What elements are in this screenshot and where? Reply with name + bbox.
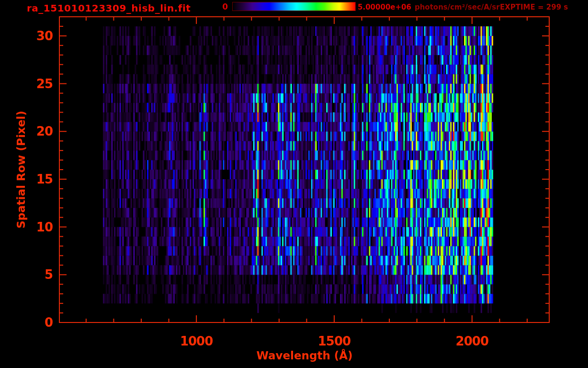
exptime-label: EXPTIME = 299 s	[500, 3, 568, 12]
plot-window: ra_151010123309_hisb_lin.fit 0 5.00000e+…	[0, 0, 588, 368]
x-tick-label: 1500	[310, 334, 358, 348]
y-tick-label: 20	[0, 124, 53, 138]
colorbar-gradient	[232, 2, 356, 11]
colorbar-max-label: 5.00000e+06photons/cm²/sec/A/sr	[358, 3, 500, 12]
y-tick-label: 0	[0, 315, 53, 330]
y-tick-label: 15	[0, 172, 53, 186]
colorbar-max-value: 5.00000e+06	[358, 3, 411, 12]
filename-title: ra_151010123309_hisb_lin.fit	[27, 2, 191, 14]
x-axis-label: Wavelength (Å)	[209, 349, 400, 362]
spectral-image-canvas	[0, 0, 588, 368]
y-tick-label: 30	[0, 29, 53, 43]
y-tick-label: 5	[0, 267, 53, 282]
x-tick-label: 2000	[448, 334, 496, 348]
x-tick-label: 1000	[172, 334, 220, 348]
y-tick-label: 25	[0, 77, 53, 91]
y-tick-label: 10	[0, 220, 53, 234]
colorbar-units-label: photons/cm²/sec/A/sr	[415, 3, 500, 12]
colorbar-min-label: 0	[205, 2, 228, 12]
